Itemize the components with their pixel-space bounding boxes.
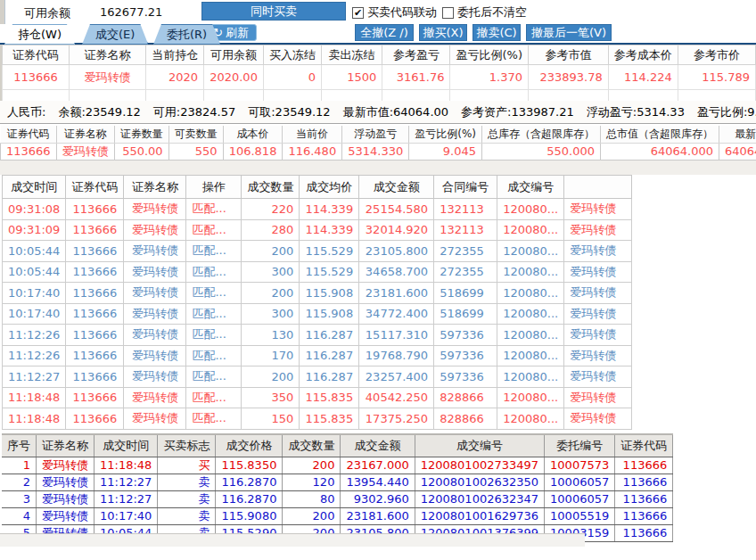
column-header[interactable]: 成交金额: [341, 434, 415, 457]
column-header[interactable]: 盈亏比例(%): [450, 45, 529, 65]
cell: 113666: [615, 474, 673, 490]
cancel-button-3[interactable]: 撤最后一笔(V): [526, 24, 612, 41]
cancel-button-0[interactable]: 全撤(Z /): [355, 24, 414, 41]
checkbox-checked-icon[interactable]: ✔: [352, 7, 364, 19]
column-header[interactable]: 参考盈亏: [382, 45, 450, 65]
detail-row[interactable]: 4爱玛转债10:17:40卖115.908020023181.600120080…: [2, 507, 673, 524]
trade-row[interactable]: 10:17:40113666爱玛转债匹配...200115.90823181.6…: [3, 283, 632, 304]
cell: 11:12:27: [3, 366, 66, 388]
position-row[interactable]: 113666爱玛转债20202020.00015003161.761.37023…: [3, 65, 756, 90]
column-header[interactable]: 成本价: [223, 126, 283, 143]
column-header[interactable]: 合同编号: [434, 176, 497, 199]
cell: 1200801002733497: [415, 457, 544, 474]
column-header[interactable]: 证券代码: [1, 126, 57, 143]
cell: 爱玛转债: [564, 241, 632, 262]
simultaneous-trade-button[interactable]: 同时买卖: [201, 2, 346, 21]
column-header[interactable]: 证券名称: [70, 45, 146, 65]
detail-row[interactable]: 3爱玛转债11:12:27卖116.2870809302.96012008010…: [2, 490, 673, 507]
column-header[interactable]: 成交均价: [300, 176, 359, 199]
cell: 518699: [434, 303, 497, 325]
cell: 233893.78: [528, 65, 608, 90]
summary-item: 参考资产:133987.21: [461, 105, 574, 119]
empty-cell: [321, 90, 382, 102]
column-header[interactable]: 参考市价: [678, 45, 755, 65]
cell: 120080...: [497, 261, 564, 283]
tab-trades[interactable]: 成交(E): [82, 24, 148, 45]
column-header[interactable]: 成交数量: [283, 434, 341, 457]
cell: 113666: [66, 387, 124, 408]
tab-orders[interactable]: 委托(R): [153, 24, 220, 45]
trade-row[interactable]: 10:05:44113666爱玛转债匹配...300115.52934658.7…: [3, 261, 632, 283]
column-header[interactable]: [564, 176, 632, 199]
column-header[interactable]: 证券名称: [56, 126, 114, 143]
header-row: 证券代码证券名称证券数量可卖数量成本价当前价浮动盈亏盈亏比例(%)总库存（含超限…: [1, 126, 756, 143]
column-header[interactable]: 成交编号: [415, 434, 544, 457]
column-header[interactable]: 证券数量: [114, 126, 168, 143]
trade-row[interactable]: 11:18:48113666爱玛转债匹配...350115.83540542.2…: [3, 387, 632, 408]
cell: 113666: [66, 366, 124, 388]
column-header[interactable]: 成交时间: [94, 434, 158, 457]
cell: 34772.400: [359, 303, 434, 325]
cell: 11:18:48: [3, 387, 66, 408]
column-header[interactable]: 证券代码: [3, 45, 70, 65]
trade-row[interactable]: 11:12:26113666爱玛转债匹配...130116.28715117.3…: [3, 325, 632, 346]
column-header[interactable]: 当前价: [283, 126, 342, 143]
trade-row[interactable]: 09:31:08113666爱玛转债匹配...220114.33925154.5…: [3, 199, 632, 220]
checkbox-unchecked-icon[interactable]: [442, 7, 454, 19]
column-header[interactable]: 最新市值: [719, 126, 756, 143]
column-header[interactable]: 买卖标志: [158, 434, 216, 457]
column-header[interactable]: 证券名称: [124, 176, 186, 199]
column-header[interactable]: 浮动盈亏: [342, 126, 409, 143]
trade-row[interactable]: 10:05:44113666爱玛转债匹配...200115.52923105.8…: [3, 241, 632, 262]
cell: 爱玛转债: [37, 457, 94, 474]
column-header[interactable]: 证券代码: [66, 176, 124, 199]
empty-cell: [382, 90, 450, 102]
column-header[interactable]: 成交金额: [359, 176, 434, 199]
cell: 匹配...: [186, 387, 242, 408]
column-header[interactable]: 当前持仓: [146, 45, 204, 65]
cell: 爱玛转债: [564, 408, 632, 430]
code-link-checkbox[interactable]: ✔ 买卖代码联动: [352, 4, 437, 21]
column-header[interactable]: 委托编号: [545, 434, 615, 457]
detail-row[interactable]: 2爱玛转债11:12:27卖116.287012013954.440120080…: [2, 474, 673, 490]
column-header[interactable]: 证券名称: [37, 434, 94, 457]
column-header[interactable]: 卖出冻结: [321, 45, 382, 65]
column-header[interactable]: 总库存（含超限库存）: [481, 126, 600, 143]
column-header[interactable]: 买入冻结: [263, 45, 321, 65]
column-header[interactable]: 成交时间: [3, 176, 66, 199]
cell: 10:05:44: [3, 261, 66, 283]
available-balance-label: 可用余额: [24, 5, 70, 21]
column-header[interactable]: 参考市值: [528, 45, 608, 65]
column-header[interactable]: 参考成本价: [608, 45, 678, 65]
trade-row[interactable]: 11:12:27113666爱玛转债匹配...200116.28723257.4…: [3, 366, 632, 388]
holding-row[interactable]: 113666爱玛转债550.00550106.818116.4805314.33…: [1, 143, 756, 160]
cell: 13954.440: [341, 474, 415, 490]
cancel-button-2[interactable]: 撤卖(C): [472, 24, 521, 41]
column-header[interactable]: 成交编号: [497, 176, 564, 199]
keep-after-order-checkbox[interactable]: 委托后不清空: [442, 4, 527, 21]
cell: 2020: [146, 65, 204, 90]
cell: 828866: [434, 408, 497, 430]
column-header[interactable]: 盈亏比例(%): [409, 126, 482, 143]
tab-positions[interactable]: 持仓(W): [4, 24, 75, 45]
cell: 550.00: [114, 143, 168, 160]
cell: 爱玛转债: [124, 408, 186, 430]
trade-row[interactable]: 11:12:26113666爱玛转债匹配...170116.28719768.7…: [3, 345, 632, 366]
column-header[interactable]: 成交价格: [216, 434, 283, 457]
detail-row[interactable]: 1爱玛转债11:18:48买115.835020023167.000120080…: [2, 457, 673, 474]
cell: 120080...: [497, 366, 564, 388]
column-header[interactable]: 成交数量: [242, 176, 300, 199]
column-header[interactable]: 可卖数量: [168, 126, 223, 143]
trade-row[interactable]: 09:31:09113666爱玛转债匹配...280114.33932014.9…: [3, 219, 632, 241]
trade-row[interactable]: 10:17:40113666爱玛转债匹配...300115.90834772.4…: [3, 303, 632, 325]
column-header[interactable]: 证券代码: [615, 434, 673, 457]
trade-row[interactable]: 11:18:48113666爱玛转债匹配...150115.83517375.2…: [3, 408, 632, 430]
cancel-button-1[interactable]: 撤买(X): [419, 24, 467, 41]
cell: 113666: [615, 457, 673, 474]
cell: 120080...: [497, 199, 564, 220]
column-header[interactable]: 可用余额: [204, 45, 264, 65]
column-header[interactable]: 总市值（含超限库存）: [600, 126, 719, 143]
column-header[interactable]: 序号: [2, 434, 37, 457]
column-header[interactable]: 操作: [186, 176, 242, 199]
cell: 爱玛转债: [37, 474, 94, 490]
